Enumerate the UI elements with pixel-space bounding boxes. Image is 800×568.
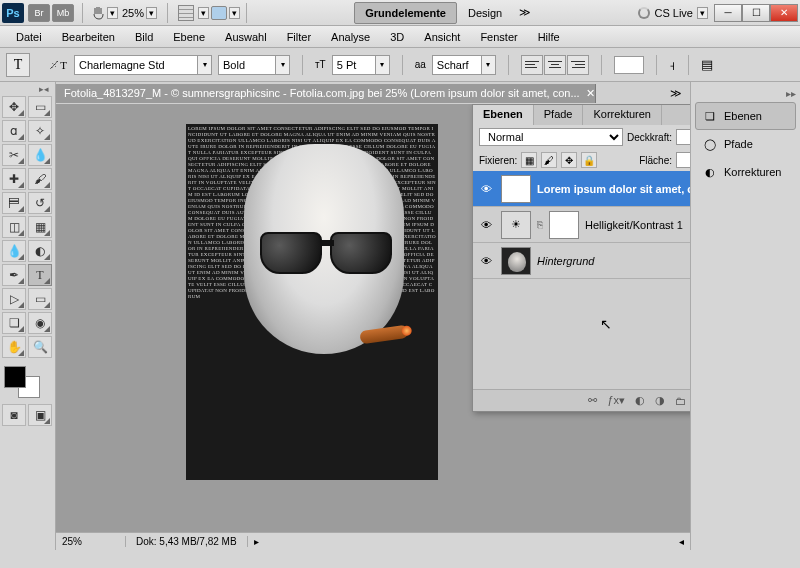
layer-name[interactable]: Lorem ipsum dolor sit amet, conse... [537, 183, 690, 195]
screen-mode-icon[interactable] [211, 6, 227, 20]
font-family-input[interactable] [74, 55, 198, 75]
layer-text[interactable]: 👁 T Lorem ipsum dolor sit amet, conse... [473, 171, 690, 207]
bridge-badge[interactable]: Br [28, 4, 50, 22]
text-orientation-icon[interactable]: ⸓T [48, 55, 68, 75]
adjustment-layer-icon[interactable]: ◑ [655, 394, 665, 407]
dodge-tool[interactable]: ◐ [28, 240, 52, 262]
status-menu-icon[interactable]: ▸ [248, 536, 265, 547]
opacity-input[interactable] [676, 129, 690, 145]
visibility-icon[interactable]: 👁 [477, 255, 495, 267]
character-panel-icon[interactable]: ▤ [701, 57, 713, 72]
fill-input[interactable] [676, 152, 690, 168]
zoom-tool[interactable]: 🔍 [28, 336, 52, 358]
toolpanel-collapse-icon[interactable]: ▸◂ [2, 84, 53, 96]
font-size-input[interactable] [332, 55, 376, 75]
magic-wand-tool[interactable]: ✧ [28, 120, 52, 142]
antialias-input[interactable] [432, 55, 482, 75]
menu-bearbeiten[interactable]: Bearbeiten [54, 28, 123, 46]
antialias-dropdown[interactable]: ▾ [482, 55, 496, 75]
lock-all-button[interactable]: 🔒 [581, 152, 597, 168]
hand-tool[interactable]: ✋ [2, 336, 26, 358]
menu-auswahl[interactable]: Auswahl [217, 28, 275, 46]
align-center-button[interactable] [544, 55, 566, 75]
brush-tool[interactable]: 🖌 [28, 168, 52, 190]
lock-transparency-button[interactable]: ▦ [521, 152, 537, 168]
panel-tab-korrekturen[interactable]: Korrekturen [583, 105, 661, 125]
dock-korrekturen[interactable]: ◐ Korrekturen [695, 158, 796, 186]
layer-thumb-image[interactable] [501, 247, 531, 275]
menu-fenster[interactable]: Fenster [472, 28, 525, 46]
status-zoom[interactable]: 25% [56, 536, 126, 547]
hand-dropdown[interactable]: ▾ [107, 7, 118, 19]
screenmode-tool[interactable]: ▣ [28, 404, 52, 426]
workspace-more-icon[interactable]: ≫ [519, 6, 531, 19]
canvas[interactable]: LOREM IPSUM DOLOR SIT AMET CONSECTETUR A… [56, 104, 690, 532]
text-color-swatch[interactable] [614, 56, 644, 74]
layer-mask-thumb[interactable] [549, 211, 579, 239]
font-family-dropdown[interactable]: ▾ [198, 55, 212, 75]
menu-datei[interactable]: Datei [8, 28, 50, 46]
minibridge-badge[interactable]: Mb [52, 4, 74, 22]
arrange-dropdown[interactable]: ▾ [198, 7, 209, 19]
align-left-button[interactable] [521, 55, 543, 75]
dock-pfade[interactable]: ◯ Pfade [695, 130, 796, 158]
fx-icon[interactable]: ƒx▾ [607, 394, 625, 407]
blur-tool[interactable]: 💧 [2, 240, 26, 262]
zoom-combo[interactable]: 25% ▾ [118, 5, 161, 21]
layer-name[interactable]: Hintergrund [537, 255, 690, 267]
tab-close-icon[interactable]: ✕ [586, 87, 595, 100]
type-tool[interactable]: T [28, 264, 52, 286]
document-tab[interactable]: Fotolia_4813297_M - © sumnersgraphicsinc… [56, 84, 596, 103]
status-dok[interactable]: Dok: 5,43 MB/7,82 MB [126, 536, 248, 547]
cs-live-button[interactable]: CS Live ▾ [638, 7, 708, 19]
arrange-grid-icon[interactable] [178, 5, 194, 21]
minimize-button[interactable]: ─ [714, 4, 742, 22]
eyedropper-tool[interactable]: 💧 [28, 144, 52, 166]
font-style-input[interactable] [218, 55, 276, 75]
layer-background[interactable]: 👁 Hintergrund 🔒 [473, 243, 690, 279]
dock-collapse-icon[interactable]: ▸▸ [786, 88, 796, 102]
dock-ebenen[interactable]: ❏ Ebenen [695, 102, 796, 130]
lock-pixels-button[interactable]: 🖌 [541, 152, 557, 168]
adjustment-icon[interactable]: ☀ [501, 211, 531, 239]
workspace-grundelemente[interactable]: Grundelemente [354, 2, 457, 24]
tab-overflow-icon[interactable]: ≫ [662, 87, 690, 100]
active-tool-indicator[interactable]: T [6, 53, 30, 77]
stamp-tool[interactable]: ⛿ [2, 192, 26, 214]
screen-mode-dropdown[interactable]: ▾ [229, 7, 240, 19]
pen-tool[interactable]: ✒ [2, 264, 26, 286]
hand-icon[interactable] [89, 4, 107, 22]
font-size-dropdown[interactable]: ▾ [376, 55, 390, 75]
lock-position-button[interactable]: ✥ [561, 152, 577, 168]
close-button[interactable]: ✕ [770, 4, 798, 22]
panel-tab-pfade[interactable]: Pfade [534, 105, 584, 125]
layer-name[interactable]: Helligkeit/Kontrast 1 [585, 219, 690, 231]
menu-analyse[interactable]: Analyse [323, 28, 378, 46]
maximize-button[interactable]: ☐ [742, 4, 770, 22]
menu-bild[interactable]: Bild [127, 28, 161, 46]
quickmask-tool[interactable]: ◙ [2, 404, 26, 426]
blend-mode-select[interactable]: Normal [479, 128, 623, 146]
group-icon[interactable]: 🗀 [675, 395, 686, 407]
marquee-tool[interactable]: ▭ [28, 96, 52, 118]
workspace-design[interactable]: Design [457, 2, 513, 24]
warp-text-icon[interactable]: ⫞ [669, 57, 676, 73]
visibility-icon[interactable]: 👁 [477, 183, 495, 195]
eraser-tool[interactable]: ◫ [2, 216, 26, 238]
panel-tab-ebenen[interactable]: Ebenen [473, 105, 534, 125]
color-picker[interactable] [2, 364, 42, 400]
menu-filter[interactable]: Filter [279, 28, 319, 46]
scroll-left-icon[interactable]: ◂ [673, 536, 690, 547]
gradient-tool[interactable]: ▦ [28, 216, 52, 238]
menu-ebene[interactable]: Ebene [165, 28, 213, 46]
menu-hilfe[interactable]: Hilfe [530, 28, 568, 46]
shape-tool[interactable]: ▭ [28, 288, 52, 310]
foreground-color-swatch[interactable] [4, 366, 26, 388]
layer-adjustment[interactable]: 👁 ☀ ⎘ Helligkeit/Kontrast 1 [473, 207, 690, 243]
history-brush-tool[interactable]: ↺ [28, 192, 52, 214]
crop-tool[interactable]: ✂ [2, 144, 26, 166]
visibility-icon[interactable]: 👁 [477, 219, 495, 231]
move-tool[interactable]: ✥ [2, 96, 26, 118]
link-layers-icon[interactable]: ⚯ [588, 394, 597, 407]
menu-3d[interactable]: 3D [382, 28, 412, 46]
